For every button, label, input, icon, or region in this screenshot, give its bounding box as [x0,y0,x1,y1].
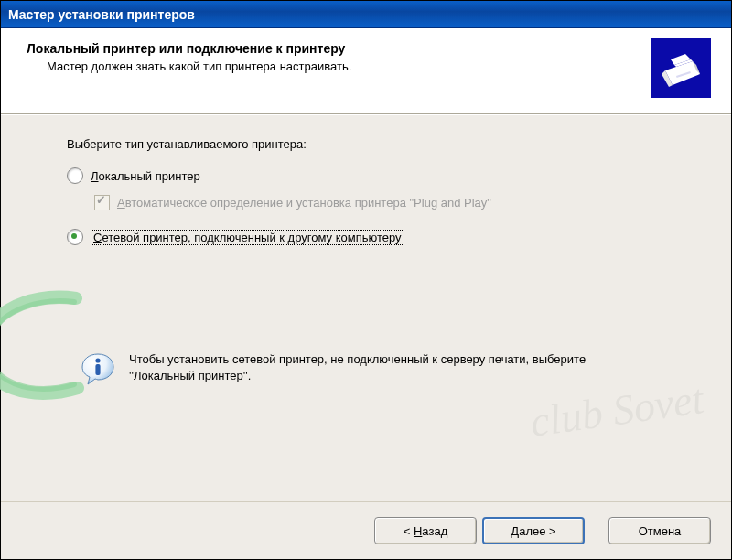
next-button[interactable]: Далее > [482,517,585,544]
info-icon [80,351,116,388]
prompt-text: Выберите тип устанавливаемого принтера: [67,137,665,151]
wizard-footer: < Назад Далее > Отмена [1,501,731,559]
header-title: Локальный принтер или подключение к прин… [27,41,351,56]
wizard-body: Выберите тип устанавливаемого принтера: … [1,115,731,501]
hint-text: Чтобы установить сетевой принтер, не под… [129,351,651,383]
hint-row: Чтобы установить сетевой принтер, не под… [80,351,651,388]
svg-point-7 [95,358,100,362]
option-auto-detect-label: Автоматическое определение и установка п… [117,196,491,210]
option-auto-detect-row: Автоматическое определение и установка п… [94,195,665,210]
printer-icon [651,38,711,98]
header-text: Локальный принтер или подключение к прин… [27,41,351,73]
option-local-row[interactable]: Локальный принтер [67,167,665,184]
back-button[interactable]: < Назад [374,517,477,544]
wizard-header: Локальный принтер или подключение к прин… [1,28,731,113]
cancel-button[interactable]: Отмена [608,517,711,544]
wizard-window: Мастер установки принтеров Локальный при… [0,0,732,560]
option-network-label: Сетевой принтер, подключенный к другому … [91,230,404,245]
option-network-row[interactable]: Сетевой принтер, подключенный к другому … [67,229,665,245]
checkbox-auto-detect [94,195,110,210]
header-subtitle: Мастер должен знать какой тип принтера н… [27,59,351,73]
svg-rect-8 [95,364,100,375]
radio-local[interactable] [67,167,83,184]
radio-network[interactable] [67,229,83,245]
window-title: Мастер установки принтеров [8,7,195,22]
option-local-label: Локальный принтер [91,169,200,183]
titlebar: Мастер установки принтеров [1,1,731,28]
